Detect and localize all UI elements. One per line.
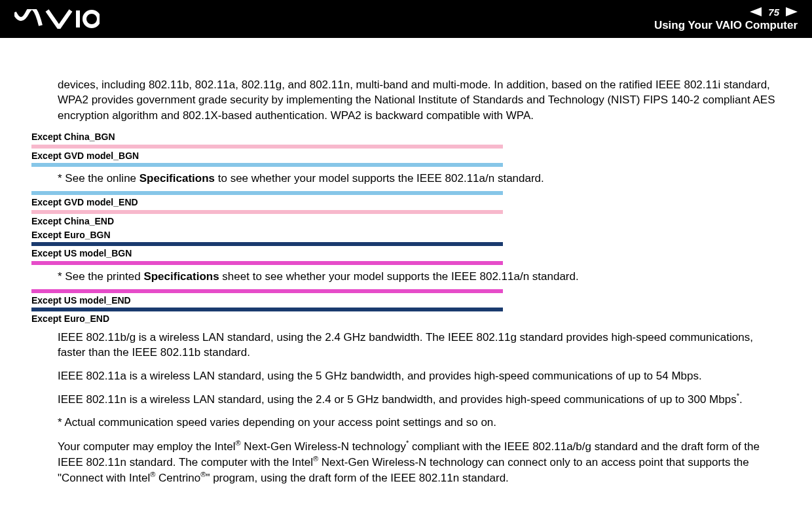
marker-bar-icon xyxy=(31,261,503,265)
text: * See the printed xyxy=(58,270,143,283)
marker-label: Except US model_END xyxy=(31,294,503,307)
text: Next-Gen Wireless-N technology xyxy=(241,440,406,452)
marker-bar-icon xyxy=(31,210,503,214)
marker-block: Except US model_END Except Euro_END xyxy=(31,289,503,326)
nav-arrow-left-icon[interactable] xyxy=(750,7,762,16)
page-nav: 75 xyxy=(750,7,798,18)
text: sheet to see whether your model supports… xyxy=(219,270,579,283)
intro-paragraph: devices, including 802.11b, 802.11a, 802… xyxy=(58,77,781,123)
marker-label: Except US model_BGN xyxy=(31,247,503,260)
paragraph-actual-speed: * Actual communication speed varies depe… xyxy=(58,415,781,430)
text: IEEE 802.11n is a wireless LAN standard,… xyxy=(58,393,737,406)
note-online-specs: * See the online Specifications to see w… xyxy=(58,171,781,186)
marker-bar-icon xyxy=(31,145,503,149)
marker-label: Except Euro_BGN xyxy=(31,229,503,241)
page-header: 75 Using Your VAIO Computer xyxy=(0,0,812,38)
text: . xyxy=(739,393,743,406)
header-right: 75 Using Your VAIO Computer xyxy=(654,7,798,32)
vaio-logo-icon xyxy=(14,9,100,29)
paragraph-80211n: IEEE 802.11n is a wireless LAN standard,… xyxy=(58,391,781,407)
section-title: Using Your VAIO Computer xyxy=(654,19,798,32)
page-content: devices, including 802.11b, 802.11a, 802… xyxy=(0,38,812,511)
nav-arrow-right-icon[interactable] xyxy=(786,7,798,16)
note-printed-specs: * See the printed Specifications sheet t… xyxy=(58,269,781,284)
text-bold: Specifications xyxy=(139,172,215,185)
text-bold: Specifications xyxy=(143,270,219,283)
marker-block: Except China_BGN Except GVD model_BGN xyxy=(31,131,503,167)
marker-bar-icon xyxy=(31,163,503,167)
paragraph-80211a: IEEE 802.11a is a wireless LAN standard,… xyxy=(58,368,781,383)
marker-bar-icon xyxy=(31,191,503,195)
marker-label: Except China_END xyxy=(31,215,503,228)
text: Centrino xyxy=(155,472,200,484)
text: Your computer may employ the Intel xyxy=(58,440,236,452)
marker-label: Except GVD model_END xyxy=(31,196,503,209)
marker-block: Except GVD model_END Except China_END Ex… xyxy=(31,191,503,264)
marker-bar-icon xyxy=(31,242,503,246)
svg-rect-0 xyxy=(76,10,80,27)
marker-label: Except China_BGN xyxy=(31,131,503,143)
text: " program, using the draft form of the I… xyxy=(206,472,508,484)
registered-icon: ® xyxy=(236,439,241,447)
vaio-logo xyxy=(14,9,100,29)
marker-bar-icon xyxy=(31,289,503,293)
paragraph-intel: Your computer may employ the Intel® Next… xyxy=(58,438,781,485)
marker-label: Except Euro_END xyxy=(31,313,503,325)
text: to see whether your model supports the I… xyxy=(215,172,544,185)
registered-icon: ® xyxy=(313,455,318,463)
svg-point-1 xyxy=(84,12,99,26)
page-number: 75 xyxy=(768,7,779,18)
marker-label: Except GVD model_BGN xyxy=(31,150,503,162)
text: * See the online xyxy=(58,172,139,185)
marker-bar-icon xyxy=(31,308,503,311)
paragraph-80211bg: IEEE 802.11b/g is a wireless LAN standar… xyxy=(58,330,781,361)
